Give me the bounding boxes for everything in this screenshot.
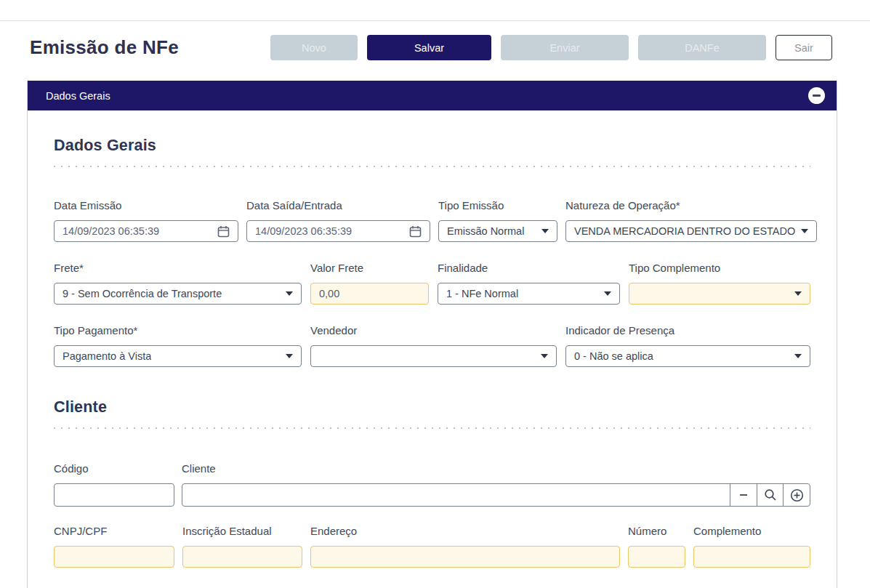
data-saida-input-wrap bbox=[246, 220, 430, 242]
novo-button[interactable]: Novo bbox=[270, 35, 358, 60]
select-value: 0 - Não se aplica bbox=[574, 350, 653, 362]
select-value: Pagamento à Vista bbox=[63, 350, 151, 362]
field-label: Indicador de Presença bbox=[565, 324, 810, 337]
data-emissao-input-wrap bbox=[54, 220, 238, 242]
field-label: Data Saída/Entrada bbox=[246, 199, 430, 212]
search-cliente-button[interactable] bbox=[757, 483, 784, 507]
indicador-presenca-select[interactable]: 0 - Não se aplica bbox=[565, 345, 810, 367]
field-label: Complemento bbox=[693, 525, 810, 537]
field-natureza-operacao: Natureza de Operação* VENDA MERCADORIA D… bbox=[565, 199, 817, 242]
cliente-input[interactable] bbox=[182, 483, 730, 507]
cnpj-cpf-input[interactable] bbox=[54, 546, 174, 568]
select-value: 9 - Sem Ocorrência de Transporte bbox=[63, 288, 222, 299]
chevron-down-icon bbox=[801, 229, 808, 233]
field-endereco: Endereço bbox=[310, 525, 620, 568]
codigo-input[interactable] bbox=[54, 483, 174, 507]
salvar-button[interactable]: Salvar bbox=[367, 35, 491, 60]
vendedor-select[interactable] bbox=[310, 345, 557, 367]
search-icon bbox=[764, 488, 777, 502]
valor-frete-input[interactable] bbox=[310, 283, 429, 305]
field-label: Tipo Pagamento* bbox=[54, 324, 302, 337]
data-emissao-input[interactable] bbox=[63, 225, 217, 237]
minus-icon bbox=[738, 489, 749, 501]
field-vendedor: Vendedor bbox=[310, 324, 557, 367]
complemento-input[interactable] bbox=[693, 546, 810, 568]
endereco-input[interactable] bbox=[310, 546, 620, 568]
field-label: Código bbox=[54, 462, 174, 475]
frete-select[interactable]: 9 - Sem Ocorrência de Transporte bbox=[54, 283, 302, 305]
chevron-down-icon bbox=[604, 291, 611, 296]
field-label: Tipo Complemento bbox=[629, 262, 810, 274]
panel-header[interactable]: Dados Gerais bbox=[28, 81, 837, 110]
panel-body: Dados Gerais Data Emissão Data Saída/Ent… bbox=[28, 110, 837, 588]
field-label: Endereço bbox=[310, 525, 620, 537]
field-data-saida: Data Saída/Entrada bbox=[246, 199, 430, 242]
chevron-down-icon bbox=[541, 354, 548, 358]
panel-header-title: Dados Gerais bbox=[46, 90, 110, 102]
inscricao-estadual-input[interactable] bbox=[182, 546, 302, 568]
finalidade-select[interactable]: 1 - NFe Normal bbox=[438, 283, 620, 305]
field-finalidade: Finalidade 1 - NFe Normal bbox=[438, 262, 620, 305]
field-label: Data Emissão bbox=[54, 199, 238, 212]
page-title: Emissão de NFe bbox=[30, 36, 179, 59]
section-title-cliente: Cliente bbox=[54, 398, 810, 416]
field-label: Natureza de Operação* bbox=[565, 199, 817, 212]
section-divider bbox=[54, 166, 810, 167]
natureza-operacao-select[interactable]: VENDA MERCADORIA DENTRO DO ESTADO bbox=[565, 220, 817, 242]
tipo-pagamento-select[interactable]: Pagamento à Vista bbox=[54, 345, 302, 367]
numero-input[interactable] bbox=[628, 546, 685, 568]
collapse-panel-button[interactable] bbox=[808, 87, 825, 104]
tipo-emissao-select[interactable]: Emissão Normal bbox=[438, 220, 557, 242]
chevron-down-icon bbox=[794, 354, 802, 358]
danfe-button[interactable]: DANFe bbox=[638, 35, 766, 60]
select-value: 1 - NFe Normal bbox=[446, 288, 518, 299]
field-label: Tipo Emissão bbox=[438, 199, 557, 212]
field-cliente: Cliente bbox=[182, 462, 810, 507]
add-cliente-button[interactable] bbox=[783, 483, 810, 507]
field-tipo-emissao: Tipo Emissão Emissão Normal bbox=[438, 199, 557, 242]
field-indicador-presenca: Indicador de Presença 0 - Não se aplica bbox=[565, 324, 810, 367]
field-valor-frete: Valor Frete bbox=[310, 262, 429, 305]
field-label: Inscrição Estadual bbox=[182, 525, 302, 537]
field-numero: Número bbox=[628, 525, 685, 568]
select-value: VENDA MERCADORIA DENTRO DO ESTADO bbox=[574, 225, 795, 237]
calendar-icon[interactable] bbox=[409, 225, 422, 238]
chevron-down-icon bbox=[286, 354, 293, 358]
field-label: Número bbox=[628, 525, 685, 537]
sair-button[interactable]: Sair bbox=[776, 35, 832, 60]
tipo-complemento-select[interactable] bbox=[629, 283, 810, 305]
field-label: Vendedor bbox=[310, 324, 557, 337]
select-value: Emissão Normal bbox=[447, 225, 524, 237]
field-tipo-complemento: Tipo Complemento bbox=[629, 262, 810, 305]
enviar-button[interactable]: Enviar bbox=[501, 35, 629, 60]
field-label: Finalidade bbox=[438, 262, 620, 274]
field-label: Cliente bbox=[182, 462, 810, 475]
field-frete: Frete* 9 - Sem Ocorrência de Transporte bbox=[54, 262, 302, 305]
section-divider bbox=[54, 427, 810, 429]
field-label: Valor Frete bbox=[310, 262, 429, 274]
calendar-icon[interactable] bbox=[217, 225, 230, 238]
chevron-down-icon bbox=[286, 291, 293, 296]
app-top-bar bbox=[0, 0, 870, 21]
field-complemento: Complemento bbox=[693, 525, 810, 568]
page-header: Emissão de NFe Novo Salvar Enviar DANFe … bbox=[0, 21, 870, 60]
field-cnpj-cpf: CNPJ/CPF bbox=[54, 525, 174, 568]
field-data-emissao: Data Emissão bbox=[54, 199, 238, 242]
minus-icon bbox=[813, 94, 821, 97]
chevron-down-icon bbox=[541, 229, 549, 233]
section-title-dados-gerais: Dados Gerais bbox=[54, 137, 810, 155]
field-tipo-pagamento: Tipo Pagamento* Pagamento à Vista bbox=[54, 324, 302, 367]
toolbar: Novo Salvar Enviar DANFe Sair bbox=[270, 35, 832, 60]
dados-gerais-panel: Dados Gerais Dados Gerais Data Emissão bbox=[27, 81, 837, 588]
cliente-input-group bbox=[182, 483, 810, 507]
field-label: CNPJ/CPF bbox=[54, 525, 174, 537]
field-label: Frete* bbox=[54, 262, 302, 274]
field-inscricao-estadual: Inscrição Estadual bbox=[182, 525, 302, 568]
remove-cliente-button[interactable] bbox=[730, 483, 757, 507]
field-codigo: Código bbox=[54, 462, 174, 507]
data-saida-input[interactable] bbox=[255, 225, 409, 237]
chevron-down-icon bbox=[794, 291, 802, 296]
plus-circle-icon bbox=[790, 488, 804, 502]
